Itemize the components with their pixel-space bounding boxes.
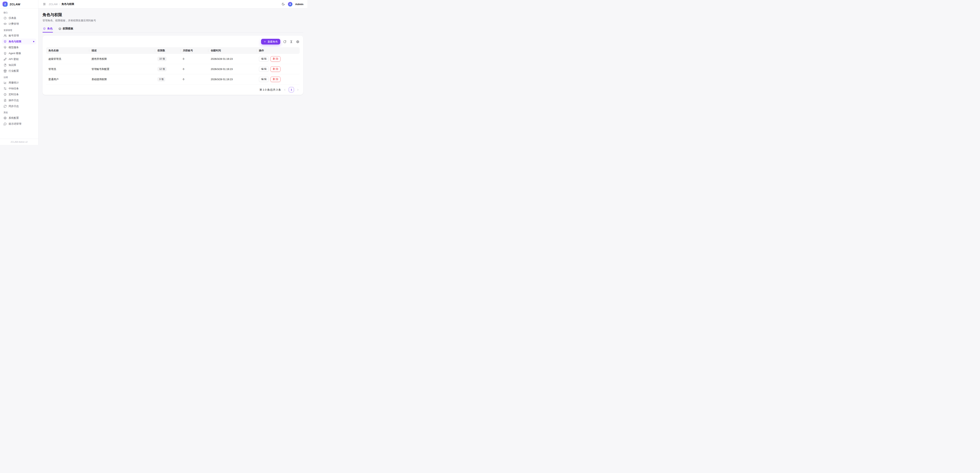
delete-button[interactable]: 删 除 <box>270 76 280 82</box>
sidebar-item-billing[interactable]: 计费管理 <box>2 21 36 27</box>
store-icon <box>3 69 7 73</box>
table-row: 普通用户 基础使用权限 3 项 0 2026/3/28 01:19:23 编 辑… <box>46 74 300 84</box>
role-description: 拥有所有权限 <box>89 54 155 64</box>
breadcrumb-separator: / <box>59 3 60 6</box>
shield-check-icon <box>43 27 46 30</box>
gear-icon <box>3 116 7 119</box>
sidebar-item-label: 操作日志 <box>9 99 19 102</box>
user-avatar[interactable]: A <box>288 2 293 6</box>
sidebar-item-system-config[interactable]: 系统配置 <box>2 115 36 121</box>
linked-accounts: 0 <box>180 54 208 64</box>
column-header-linked-accounts: 关联账号 <box>180 47 208 54</box>
new-role-button[interactable]: 新建角色 <box>261 39 280 45</box>
sidebar-item-operation-logs[interactable]: 操作日志 <box>2 97 36 103</box>
table-settings-button[interactable] <box>296 40 300 44</box>
gauge-icon <box>3 16 7 20</box>
column-header-role-name: 角色名称 <box>46 47 89 54</box>
sidebar-item-api-keys[interactable]: API 密钥 <box>2 56 36 62</box>
table-row: 管理员 管理账号和配置 12 项 0 2026/3/28 01:19:23 编 … <box>46 64 300 74</box>
sidebar-item-prompt-management[interactable]: 提示词管理 <box>2 121 36 127</box>
sidebar-item-scheduled-tasks[interactable]: 定时任务 <box>2 92 36 97</box>
topbar: ZCLAW / 角色与权限 A Admin <box>38 0 307 8</box>
table-row: 超级管理员 拥有所有权限 10 项 0 2026/3/28 01:19:23 编… <box>46 54 300 64</box>
sidebar-item-label: 仪表盘 <box>9 16 16 20</box>
page-1-button[interactable]: 1 <box>289 87 294 92</box>
content: 角色与权限 管理角色、权限模板，并将权限批量应用到账号 角色 权限模板 新建角色 <box>38 8 307 145</box>
refresh-button[interactable] <box>283 40 287 44</box>
next-page-button[interactable] <box>296 88 300 92</box>
prev-page-button[interactable] <box>283 88 286 92</box>
crown-icon <box>3 22 7 25</box>
edit-button[interactable]: 编 辑 <box>259 67 269 72</box>
column-header-actions: 操作 <box>256 47 300 54</box>
gear-icon <box>296 40 299 43</box>
pagination: 第 1-3 条/总共 3 条 1 <box>46 87 300 92</box>
sidebar-item-model-services[interactable]: 模型服务 <box>2 45 36 50</box>
page-title: 角色与权限 <box>43 12 303 18</box>
brand: Z ZCLAW <box>0 0 38 8</box>
sidebar-item-label: 角色与权限 <box>9 40 21 43</box>
role-description: 管理账号和配置 <box>89 64 155 74</box>
card-toolbar: 新建角色 <box>46 39 300 45</box>
tab-permission-templates[interactable]: 权限模板 <box>58 27 74 32</box>
sidebar-item-industry-config[interactable]: 行业配置 <box>2 68 36 74</box>
column-header-description: 描述 <box>89 47 155 54</box>
edit-button[interactable]: 编 辑 <box>259 76 269 82</box>
delete-button[interactable]: 删 除 <box>270 56 280 62</box>
created-time: 2026/3/28 01:19:23 <box>208 54 256 64</box>
brand-logo: Z <box>3 2 8 7</box>
sidebar-item-label: 用量统计 <box>9 81 19 84</box>
edit-button[interactable]: 编 辑 <box>259 56 269 62</box>
sidebar-item-knowledge-base[interactable]: 知识库 <box>2 62 36 68</box>
sidebar-item-accounts[interactable]: 账号管理 <box>2 33 36 38</box>
row-density-icon <box>290 40 293 43</box>
book-icon <box>3 64 7 67</box>
row-actions: 编 辑 删 除 <box>259 76 298 82</box>
app-version: ZCLAW Admin v2 <box>11 141 27 143</box>
sidebar-item-roles-permissions[interactable]: 角色与权限 <box>2 38 36 45</box>
sidebar-collapse-button[interactable] <box>42 2 46 6</box>
sidebar-item-relay-tasks[interactable]: 中转任务 <box>2 86 36 92</box>
permission-count-badge: 10 项 <box>158 57 167 61</box>
sidebar-item-label: 行业配置 <box>9 69 19 73</box>
row-density-button[interactable] <box>289 40 293 44</box>
message-dots-icon <box>3 122 7 126</box>
sidebar-footer: ZCLAW Admin v2 <box>0 139 38 145</box>
nav-section-core: 核心 <box>2 11 36 14</box>
tab-roles[interactable]: 角色 <box>43 27 53 32</box>
breadcrumb-root[interactable]: ZCLAW <box>49 3 57 6</box>
sidebar-item-sync-logs[interactable]: 同步日志 <box>2 103 36 109</box>
brand-logo-letter: Z <box>4 3 6 6</box>
sidebar-item-dashboard[interactable]: 仪表盘 <box>2 15 36 21</box>
created-time: 2026/3/28 01:19:23 <box>208 74 256 84</box>
sidebar-item-label: 定时任务 <box>9 93 19 96</box>
linked-accounts: 0 <box>180 64 208 74</box>
file-text-icon <box>3 99 7 102</box>
sidebar-item-usage-stats[interactable]: 用量统计 <box>2 80 36 86</box>
created-time: 2026/3/28 01:19:23 <box>208 64 256 74</box>
sidebar-item-label: 计费管理 <box>9 22 19 25</box>
main-column: ZCLAW / 角色与权限 A Admin 角色与权限 管理角色、权限模板，并将… <box>38 0 307 145</box>
pagination-summary: 第 1-3 条/总共 3 条 <box>259 88 281 92</box>
bar-chart-icon <box>3 81 7 84</box>
permission-count-badge: 12 项 <box>158 67 167 72</box>
page-subtitle: 管理角色、权限模板，并将权限批量应用到账号 <box>43 19 303 22</box>
role-name: 超级管理员 <box>46 54 89 64</box>
refresh-icon <box>283 40 286 43</box>
plus-icon <box>264 40 266 43</box>
sidebar-item-agent-templates[interactable]: Agent 模板 <box>2 50 36 56</box>
tabs: 角色 权限模板 <box>43 27 303 33</box>
column-header-permission-count: 权限数 <box>155 47 180 54</box>
circle-check-icon <box>59 27 61 30</box>
cloud-server-icon <box>3 46 7 49</box>
nav-section-resources: 资源管理 <box>2 29 36 32</box>
moon-icon <box>282 3 285 6</box>
breadcrumb: ZCLAW / 角色与权限 <box>49 2 74 6</box>
row-actions: 编 辑 删 除 <box>259 56 298 62</box>
theme-toggle-button[interactable] <box>281 2 285 6</box>
tab-label: 权限模板 <box>63 27 73 30</box>
sidebar-item-label: Agent 模板 <box>9 51 21 55</box>
delete-button[interactable]: 删 除 <box>270 67 280 72</box>
permission-count-badge: 3 项 <box>158 77 165 81</box>
sidebar-item-label: 知识库 <box>9 63 16 67</box>
